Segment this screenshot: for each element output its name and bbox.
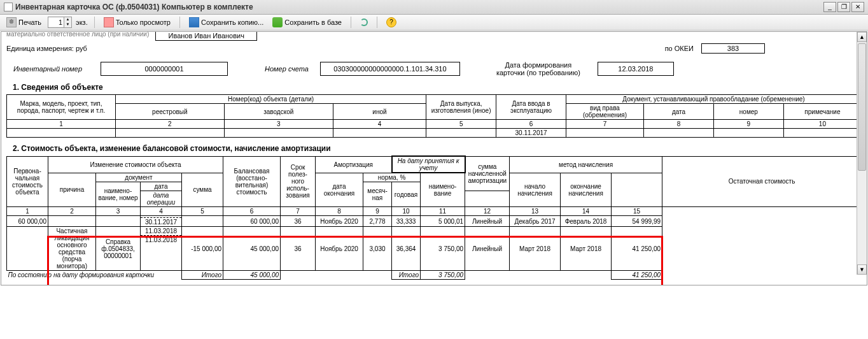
th-balance: Балансовая (восстано- вительная) стоимос…: [223, 156, 281, 207]
spin-down-button[interactable]: ▼: [64, 22, 71, 27]
account-value: 030300000000000000.1.101.34.310: [320, 62, 460, 76]
form-date-value: 12.03.2018: [598, 62, 674, 76]
th-norm-m: месяч- ная: [363, 182, 392, 207]
save-db-button[interactable]: Сохранить в базе: [270, 17, 344, 28]
th-norm: норма, %: [363, 173, 421, 182]
vertical-scrollbar[interactable]: ▲ ▼: [857, 32, 867, 275]
inv-number-label: Инвентарный номер: [6, 65, 89, 73]
window-title: Инвентарная карточка ОС (ф.0504031) Комп…: [15, 3, 253, 11]
th-docname: наимено- вание, номер: [96, 182, 141, 207]
th-prim: примечание: [783, 104, 861, 120]
th-norm-y: годовая: [392, 182, 421, 207]
scroll-down-button[interactable]: ▼: [857, 264, 867, 275]
th-numcode: Номер(код) объекта (детали): [115, 95, 426, 104]
cell-commiss-date[interactable]: 30.11.2017: [496, 129, 566, 138]
footer-residual: 41 250,00: [612, 271, 662, 280]
th-methend: окончание начисления: [561, 173, 612, 207]
section2-table: Первона- чальная стоимость объекта Измен…: [6, 155, 862, 280]
toolbar: Печать ▲ ▼ экз. Только просмотр Сохранит…: [0, 15, 868, 31]
copies-spinner[interactable]: ▲ ▼: [48, 17, 72, 28]
print-label: Печать: [18, 18, 41, 26]
th-data: дата: [644, 104, 714, 120]
th-accrued: сумма начисленной амортизации: [465, 156, 510, 191]
footer-amort: 3 750,00: [421, 271, 465, 280]
table-row: 30.11.2017: [7, 129, 862, 138]
th-vid: вид права (обременения): [566, 104, 643, 120]
section2-title: 2. Стоимость объекта, изменение балансов…: [13, 144, 862, 153]
th-zavod: заводской: [224, 104, 333, 120]
th-amort-date: На дату принятия к учету: [392, 156, 465, 173]
th-release: Дата выпуска, изготовления (иное): [426, 95, 496, 120]
th-nomer: номер: [713, 104, 783, 120]
toolbar-divider: [351, 17, 351, 28]
close-button[interactable]: ✕: [851, 2, 864, 12]
th-docgrp: документ: [96, 173, 182, 182]
th-commiss: Дата ввода в эксплуатацию: [496, 95, 566, 120]
print-button[interactable]: Печать: [4, 17, 44, 28]
scroll-thumb[interactable]: [858, 43, 866, 171]
spin-up-button[interactable]: ▲: [64, 17, 71, 22]
scroll-up-button[interactable]: ▲: [857, 32, 867, 42]
title-bar: Инвентарная карточка ОС (ф.0504031) Комп…: [0, 0, 868, 15]
inv-number-value: 0000000001: [101, 62, 228, 76]
footer-balance: 45 000,00: [223, 271, 281, 280]
okei-value: 383: [701, 43, 765, 54]
th-useful: Срок полез- ного исполь- зования: [281, 156, 316, 207]
help-icon: ?: [386, 17, 396, 27]
toolbar-divider: [377, 17, 377, 28]
table-row: 60 000,00 60 000,00 36 Ноябрь 2020 2,778…: [7, 216, 862, 218]
report-viewport: материально ответственное лицо (при нали…: [1, 31, 867, 285]
th-doc: Документ, устанавливающий правообладание…: [566, 95, 861, 104]
maximize-button[interactable]: ❐: [837, 2, 850, 12]
save-db-label: Сохранить в базе: [284, 18, 342, 26]
save-copy-label: Сохранить копию...: [201, 18, 263, 26]
footer-label: По состоянию на дату формирования карточ…: [7, 271, 182, 280]
th-sum: сумма: [182, 173, 223, 207]
save-copy-button[interactable]: Сохранить копию...: [186, 17, 266, 28]
save-icon: [189, 17, 199, 27]
table-row: Частичная ликвидация основного средства …: [7, 227, 862, 236]
th-initcost: Первона- чальная стоимость объекта: [7, 156, 48, 207]
section1-table: Марка, модель, проект, тип, порода, пасп…: [6, 94, 862, 138]
window-icon: [4, 3, 13, 11]
view-only-label: Только просмотр: [116, 18, 171, 26]
section1-title: 1. Сведения об объекте: [13, 83, 862, 92]
th-docdate-op: дата операции: [141, 191, 182, 207]
th-methstart: начало начисления: [510, 173, 561, 207]
footer-row: По состоянию на дату формирования карточ…: [7, 271, 862, 280]
form-date-label: Дата формирования карточки (по требовани…: [491, 61, 586, 76]
clipped-label: материально ответственное лицо (при нали…: [6, 31, 149, 38]
minimize-button[interactable]: _: [823, 2, 836, 12]
th-inoi: иной: [333, 104, 426, 120]
copies-input[interactable]: [48, 18, 64, 27]
refresh-icon: [360, 18, 368, 26]
th-reestr: реестровый: [115, 104, 224, 120]
th-amort: Амортизация: [316, 156, 392, 173]
toolbar-divider: [94, 17, 95, 28]
th-change: Изменение стоимости объекта: [48, 156, 223, 173]
refresh-button[interactable]: [358, 18, 370, 27]
th-mark: Марка, модель, проект, тип, порода, пасп…: [7, 95, 116, 120]
th-methname: наимено- вание: [421, 173, 465, 207]
th-residual: Остаточная стоимость: [662, 156, 862, 207]
th-reason: причина: [48, 173, 96, 207]
th-method: метод начисления: [510, 156, 662, 173]
th-enddate: дата окончания: [316, 173, 363, 207]
th-docdate: дата: [141, 182, 182, 191]
help-button[interactable]: ?: [384, 17, 399, 28]
unit-label: Единица измерения: руб: [6, 45, 87, 52]
view-only-icon: [104, 17, 114, 27]
okei-label: по ОКЕИ: [665, 45, 694, 52]
database-icon: [272, 17, 283, 27]
print-icon: [6, 17, 17, 27]
account-label: Номер счета: [265, 65, 309, 73]
toolbar-divider: [179, 17, 180, 28]
footer-itogo: Итого: [182, 271, 223, 280]
view-only-button[interactable]: Только просмотр: [101, 17, 173, 28]
copies-suffix: экз.: [76, 18, 88, 26]
responsible-person: Иванов Иван Иванович: [155, 31, 257, 41]
footer-itogo2: Итого: [392, 271, 421, 280]
